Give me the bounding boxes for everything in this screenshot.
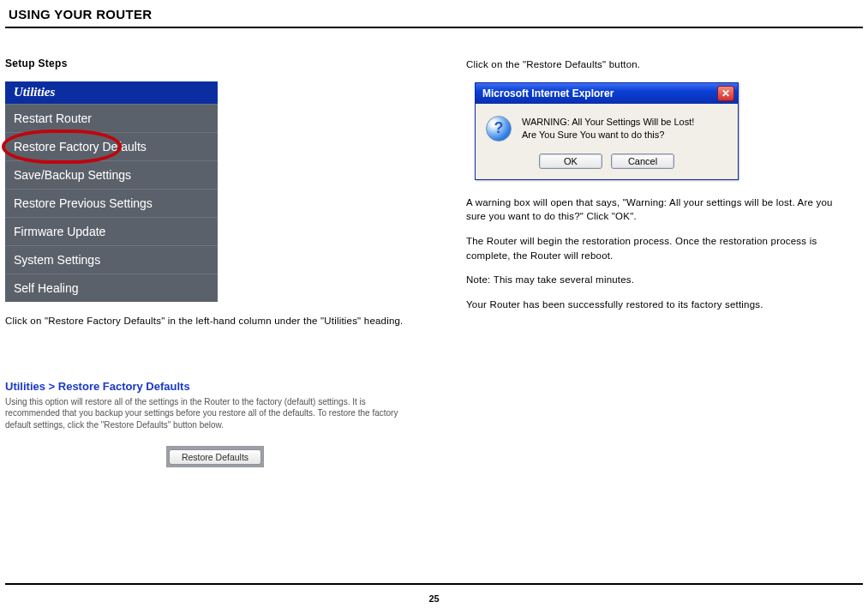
dialog-title: Microsoft Internet Explorer	[482, 87, 614, 99]
menu-restart-router[interactable]: Restart Router	[5, 104, 218, 132]
close-icon[interactable]: ✕	[717, 86, 734, 101]
left-column: Setup Steps Utilities Restart Router Res…	[5, 57, 425, 467]
question-icon: ?	[486, 116, 512, 141]
restore-description: Using this option will restore all of th…	[5, 396, 406, 431]
utilities-header: Utilities	[5, 81, 218, 104]
page-header: USING YOUR ROUTER	[0, 0, 868, 27]
menu-system-settings[interactable]: System Settings	[5, 245, 218, 274]
paragraph-2: The Router will begin the restoration pr…	[466, 234, 843, 262]
restore-defaults-button[interactable]: Restore Defaults	[169, 449, 261, 465]
restore-defaults-panel: Utilities > Restore Factory Defaults Usi…	[5, 380, 425, 468]
dialog-line2: Are You Sure You want to do this?	[522, 129, 664, 140]
menu-restore-previous[interactable]: Restore Previous Settings	[5, 189, 218, 217]
utilities-caption: Click on "Restore Factory Defaults" in t…	[5, 314, 425, 328]
cancel-button[interactable]: Cancel	[611, 154, 674, 169]
paragraph-3: Note: This may take several minutes.	[466, 273, 843, 287]
question-mark: ?	[487, 117, 511, 141]
right-column: Click on the "Restore Defaults" button. …	[466, 57, 843, 467]
button-frame: Restore Defaults	[166, 446, 264, 467]
warning-dialog: Microsoft Internet Explorer ✕ ? WARNING:…	[475, 82, 843, 180]
utilities-menu: Utilities Restart Router Restore Factory…	[5, 81, 218, 302]
right-intro: Click on the "Restore Defaults" button.	[466, 57, 843, 72]
paragraph-1: A warning box will open that says, "Warn…	[466, 196, 843, 224]
divider-top	[5, 27, 863, 28]
menu-restore-factory-defaults[interactable]: Restore Factory Defaults	[5, 132, 218, 160]
paragraph-4: Your Router has been successfully restor…	[466, 298, 843, 312]
setup-steps-title: Setup Steps	[5, 57, 425, 69]
dialog-buttons: OK Cancel	[476, 147, 738, 179]
dialog-titlebar: Microsoft Internet Explorer ✕	[476, 83, 738, 104]
breadcrumb: Utilities > Restore Factory Defaults	[5, 380, 425, 393]
restore-button-row: Restore Defaults	[5, 446, 425, 467]
dialog-body: ? WARNING: All Your Settings Will be Los…	[476, 104, 738, 147]
ie-dialog-box: Microsoft Internet Explorer ✕ ? WARNING:…	[475, 82, 739, 180]
menu-save-backup[interactable]: Save/Backup Settings	[5, 160, 218, 189]
main-content: Setup Steps Utilities Restart Router Res…	[0, 57, 868, 467]
menu-firmware-update[interactable]: Firmware Update	[5, 217, 218, 245]
menu-self-healing[interactable]: Self Healing	[5, 274, 218, 302]
dialog-line1: WARNING: All Your Settings Will be Lost!	[522, 117, 694, 127]
dialog-message: WARNING: All Your Settings Will be Lost!…	[522, 116, 694, 141]
divider-bottom	[5, 583, 863, 585]
ok-button[interactable]: OK	[539, 154, 602, 169]
menu-label: Restore Factory Defaults	[14, 140, 147, 154]
page-number: 25	[0, 593, 868, 604]
